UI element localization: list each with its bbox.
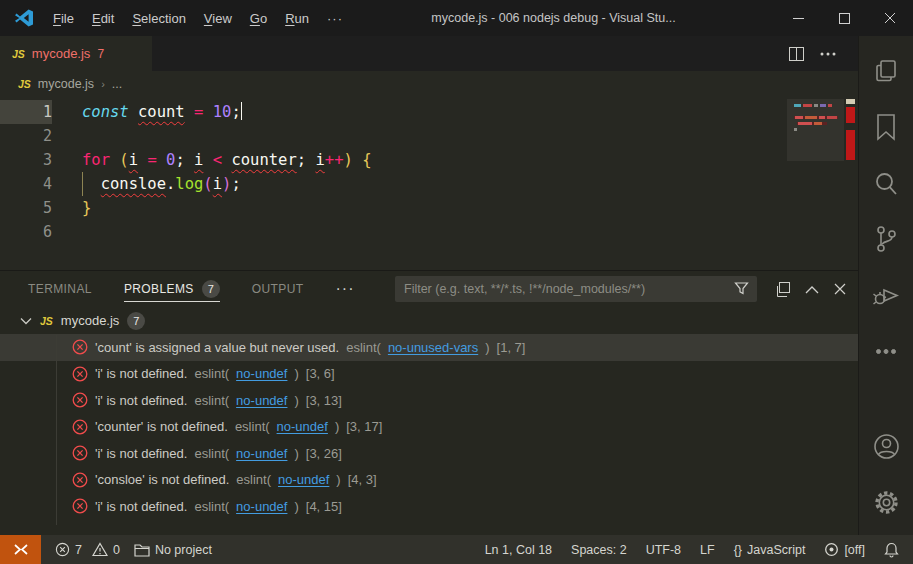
- more-actions-icon[interactable]: [820, 52, 836, 56]
- minimize-icon: [793, 13, 804, 24]
- menu-run[interactable]: Run: [276, 7, 318, 30]
- code-editor[interactable]: 1const count = 10;23for (i = 0; i < coun…: [0, 97, 858, 270]
- problem-position: [3, 26]: [306, 446, 342, 461]
- problem-row[interactable]: 'i' is not defined.eslint(no-undef)[3, 2…: [0, 440, 858, 467]
- bookmarks-icon[interactable]: [862, 104, 910, 150]
- account-icon[interactable]: [862, 423, 910, 469]
- warning-count: 0: [113, 543, 120, 557]
- breadcrumb-file[interactable]: mycode.js: [38, 77, 94, 91]
- menu-bar: FileEditSelectionViewGoRun: [44, 7, 318, 30]
- close-button[interactable]: [867, 0, 913, 36]
- tab-terminal[interactable]: TERMINAL: [28, 271, 92, 307]
- problem-message: 'consloe' is not defined.: [95, 472, 229, 487]
- braces-icon: {}: [734, 543, 742, 557]
- problem-position: [1, 7]: [497, 340, 526, 355]
- problem-position: [3, 6]: [306, 366, 335, 381]
- line-number: 3: [0, 148, 52, 172]
- off-indicator[interactable]: [off]: [824, 542, 865, 557]
- encoding-status[interactable]: UTF-8: [646, 543, 681, 557]
- problem-row[interactable]: 'i' is not defined.eslint(no-undef)[4, 1…: [0, 493, 858, 520]
- problems-file-group[interactable]: JS mycode.js 7: [0, 307, 858, 334]
- tab-mycode-js[interactable]: JS mycode.js 7: [0, 36, 152, 71]
- indentation-status[interactable]: Spaces: 2: [571, 543, 627, 557]
- problems-status[interactable]: 7 0: [55, 542, 120, 557]
- problem-rule-link[interactable]: no-undef: [236, 499, 287, 514]
- code-line-1[interactable]: 1const count = 10;: [0, 100, 858, 124]
- menu-file[interactable]: File: [44, 7, 83, 30]
- problem-rule-link[interactable]: no-unused-vars: [388, 340, 478, 355]
- menu-view[interactable]: View: [195, 7, 241, 30]
- problem-rule-link[interactable]: no-undef: [277, 419, 328, 434]
- filter-input[interactable]: [395, 276, 757, 302]
- breadcrumb[interactable]: JS mycode.js › ...: [0, 71, 858, 97]
- code-line-4[interactable]: 4 consloe.log(i);: [0, 172, 858, 196]
- problem-rule-link[interactable]: no-undef: [236, 366, 287, 381]
- problem-row[interactable]: 'i' is not defined.eslint(no-undef)[3, 1…: [0, 387, 858, 414]
- more-views-icon[interactable]: [862, 328, 910, 374]
- problem-source: eslint(: [194, 446, 229, 461]
- code-line-6[interactable]: 6: [0, 220, 858, 244]
- line-number: 1: [0, 100, 52, 124]
- explorer-icon[interactable]: [862, 48, 910, 94]
- eol-status[interactable]: LF: [700, 543, 715, 557]
- problems-tree: JS mycode.js 7 'count' is assigned a val…: [0, 307, 858, 535]
- run-debug-icon[interactable]: [862, 272, 910, 318]
- minimize-button[interactable]: [775, 0, 821, 36]
- close-panel-icon[interactable]: [834, 283, 846, 295]
- js-file-icon: JS: [18, 78, 31, 90]
- code-line-5[interactable]: 5}: [0, 196, 858, 220]
- problem-rule-link[interactable]: no-undef: [278, 472, 329, 487]
- cursor-position-status[interactable]: Ln 1, Col 18: [485, 543, 552, 557]
- remote-indicator[interactable]: [0, 535, 41, 564]
- overview-ruler[interactable]: [844, 97, 858, 270]
- problem-rule-link[interactable]: no-undef: [236, 393, 287, 408]
- menu-go[interactable]: Go: [241, 7, 276, 30]
- tree-file-name: mycode.js: [61, 313, 120, 328]
- problem-rule-link[interactable]: no-undef: [236, 446, 287, 461]
- minimap-line-3: [794, 116, 838, 119]
- window-title: mycode.js - 006 nodejs debug - Visual St…: [352, 11, 775, 25]
- problem-row[interactable]: 'count' is assigned a value but never us…: [0, 334, 858, 361]
- error-icon: [55, 542, 70, 557]
- minimap[interactable]: [787, 97, 844, 270]
- problem-message: 'counter' is not defined.: [95, 419, 228, 434]
- tab-output[interactable]: OUTPUT: [252, 271, 304, 307]
- views-icon[interactable]: [775, 282, 790, 297]
- minimap-line-5: [794, 128, 797, 131]
- problems-count-badge: 7: [202, 280, 220, 298]
- error-icon: [72, 366, 88, 382]
- problem-source: eslint(: [346, 340, 381, 355]
- problem-row[interactable]: 'counter' is not defined.eslint(no-undef…: [0, 414, 858, 441]
- code-line-2[interactable]: 2: [0, 124, 858, 148]
- settings-gear-icon[interactable]: [862, 479, 910, 525]
- breadcrumb-symbol[interactable]: ...: [112, 77, 122, 91]
- split-editor-icon[interactable]: [789, 47, 804, 61]
- problem-position: [3, 13]: [306, 393, 342, 408]
- maximize-button[interactable]: [821, 0, 867, 36]
- error-icon: [72, 472, 88, 488]
- menu-edit[interactable]: Edit: [83, 7, 123, 30]
- error-icon: [72, 392, 88, 408]
- filter-icon[interactable]: [734, 281, 749, 296]
- code-line-3[interactable]: 3for (i = 0; i < counter; i++) {: [0, 148, 858, 172]
- tree-problems-badge: 7: [127, 312, 145, 330]
- notifications-bell-icon[interactable]: [884, 542, 899, 558]
- problem-row[interactable]: 'consloe' is not defined.eslint(no-undef…: [0, 467, 858, 494]
- project-label: No project: [155, 543, 212, 557]
- tab-problems[interactable]: PROBLEMS 7: [124, 271, 220, 307]
- problem-position: [3, 17]: [346, 419, 382, 434]
- problem-source: eslint(: [194, 499, 229, 514]
- menu-selection[interactable]: Selection: [123, 7, 194, 30]
- language-status[interactable]: {} JavaScript: [734, 543, 806, 557]
- source-control-icon[interactable]: [862, 216, 910, 262]
- js-file-icon: JS: [40, 315, 53, 327]
- project-status[interactable]: No project: [134, 543, 212, 557]
- problem-source: eslint(: [194, 366, 229, 381]
- menu-more-button[interactable]: ···: [318, 7, 352, 30]
- search-icon[interactable]: [862, 160, 910, 206]
- problem-source: eslint(: [235, 419, 270, 434]
- chevron-up-icon[interactable]: [805, 285, 819, 294]
- problem-row[interactable]: 'i' is not defined.eslint(no-undef)[3, 6…: [0, 361, 858, 388]
- panel-more-tabs-button[interactable]: ···: [336, 280, 355, 298]
- activity-bar: [858, 36, 913, 535]
